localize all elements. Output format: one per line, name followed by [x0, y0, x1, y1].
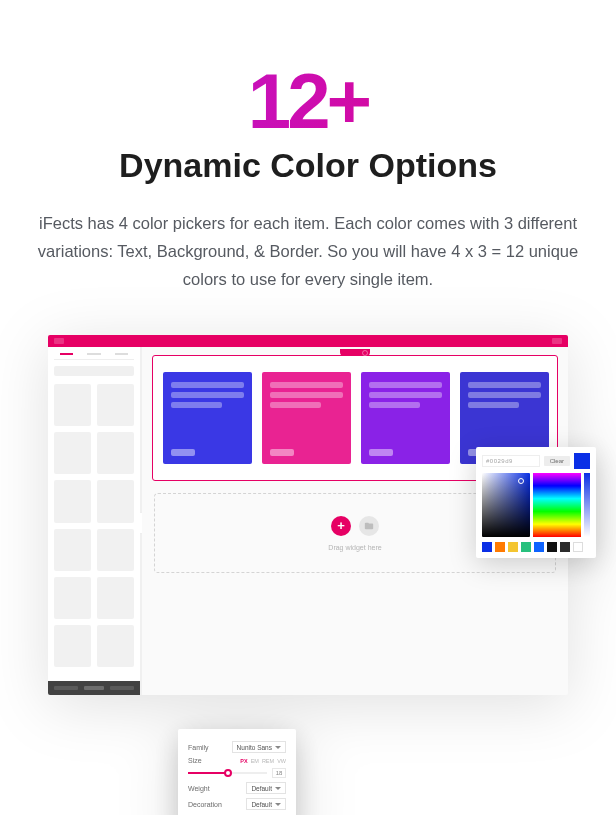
widget-thumb[interactable] — [97, 577, 134, 619]
decoration-select[interactable]: Default — [246, 798, 286, 810]
hex-input[interactable]: #0029d9 — [482, 455, 540, 467]
family-select[interactable]: Nunito Sans — [232, 741, 286, 753]
size-slider[interactable]: 18 — [188, 768, 286, 778]
hero-title: Dynamic Color Options — [24, 146, 592, 185]
size-unit-toggle[interactable]: PX EM REM VW — [240, 758, 286, 764]
swatch[interactable] — [560, 542, 570, 552]
current-color-swatch — [574, 453, 590, 469]
bottom-bar-item[interactable] — [110, 686, 134, 690]
drop-zone-hint: Drag widget here — [328, 544, 381, 551]
swatch[interactable] — [547, 542, 557, 552]
widget-thumb[interactable] — [54, 480, 91, 522]
widget-thumb[interactable] — [54, 384, 91, 426]
widget-thumb[interactable] — [54, 529, 91, 571]
color-picker-popover[interactable]: #0029d9 Clear — [476, 447, 596, 558]
sidebar-tab[interactable] — [87, 353, 100, 355]
swatch[interactable] — [508, 542, 518, 552]
card[interactable] — [262, 372, 351, 464]
hero-description: iFects has 4 color pickers for each item… — [24, 209, 592, 293]
widget-thumb[interactable] — [97, 625, 134, 667]
sidebar-tab[interactable] — [115, 353, 128, 355]
card[interactable] — [361, 372, 450, 464]
hue-slider[interactable] — [533, 473, 581, 537]
swatch[interactable] — [521, 542, 531, 552]
weight-label: Weight — [188, 785, 210, 792]
swatch[interactable] — [534, 542, 544, 552]
menu-icon[interactable] — [54, 338, 64, 344]
add-widget-button[interactable]: + — [331, 516, 351, 536]
section-handle[interactable] — [340, 349, 370, 356]
widget-thumb[interactable] — [97, 384, 134, 426]
saturation-value-field[interactable] — [482, 473, 530, 537]
decoration-label: Decoration — [188, 801, 222, 808]
hero-number: 12+ — [24, 62, 592, 140]
card[interactable] — [163, 372, 252, 464]
bottom-bar-item[interactable] — [54, 686, 78, 690]
size-value-input[interactable]: 18 — [272, 768, 286, 778]
family-label: Family — [188, 744, 209, 751]
typography-popover[interactable]: Family Nunito Sans Size PX EM REM VW 18 … — [178, 729, 296, 815]
window-titlebar — [48, 335, 568, 347]
swatch[interactable] — [495, 542, 505, 552]
editor-mockup: ‹ — [0, 335, 616, 815]
sidebar-search[interactable] — [54, 366, 134, 376]
hero: 12+ Dynamic Color Options iFects has 4 c… — [0, 0, 616, 293]
widget-thumb[interactable] — [97, 480, 134, 522]
alpha-slider[interactable] — [584, 473, 590, 537]
preset-swatches — [482, 542, 590, 552]
sidebar: ‹ — [48, 347, 142, 695]
sidebar-tabs — [54, 353, 134, 360]
window-action-icon[interactable] — [552, 338, 562, 344]
weight-select[interactable]: Default — [246, 782, 286, 794]
swatch[interactable] — [573, 542, 583, 552]
swatch[interactable] — [482, 542, 492, 552]
widget-thumb[interactable] — [54, 432, 91, 474]
folder-icon — [364, 521, 374, 531]
template-button[interactable] — [359, 516, 379, 536]
widget-thumb[interactable] — [54, 577, 91, 619]
widget-thumb[interactable] — [97, 432, 134, 474]
bottom-bar-item[interactable] — [84, 686, 104, 690]
sidebar-tab-active[interactable] — [60, 353, 73, 355]
widget-thumb[interactable] — [54, 625, 91, 667]
widget-thumbnails — [54, 384, 134, 667]
widget-thumb[interactable] — [97, 529, 134, 571]
clear-color-button[interactable]: Clear — [544, 456, 570, 466]
size-label: Size — [188, 757, 202, 764]
sidebar-bottom-bar — [48, 681, 140, 695]
